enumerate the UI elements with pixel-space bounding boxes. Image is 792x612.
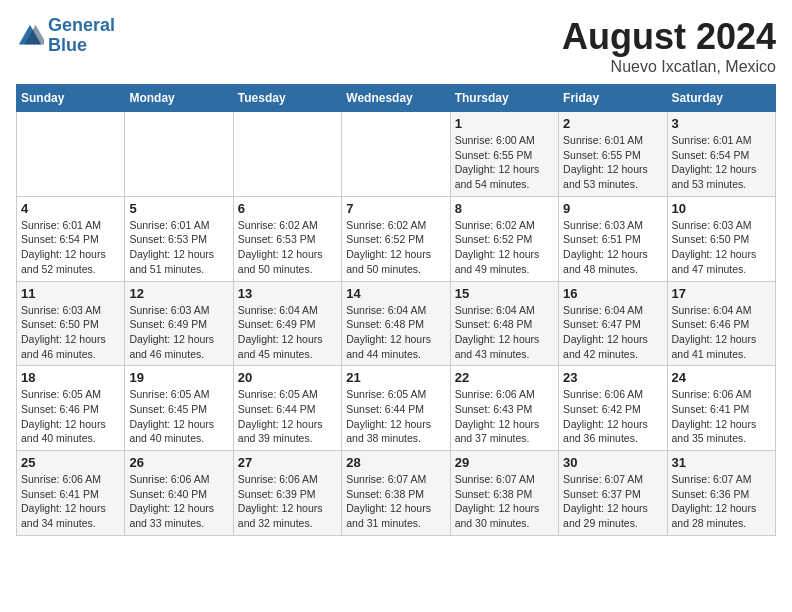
day-number: 23 [563,370,662,385]
day-info: Sunrise: 6:06 AMSunset: 6:41 PMDaylight:… [672,387,771,446]
day-info: Sunrise: 6:01 AMSunset: 6:55 PMDaylight:… [563,133,662,192]
day-info: Sunrise: 6:02 AMSunset: 6:52 PMDaylight:… [346,218,445,277]
day-info: Sunrise: 6:04 AMSunset: 6:47 PMDaylight:… [563,303,662,362]
day-info: Sunrise: 6:00 AMSunset: 6:55 PMDaylight:… [455,133,554,192]
calendar-cell: 19Sunrise: 6:05 AMSunset: 6:45 PMDayligh… [125,366,233,451]
weekday-header-sunday: Sunday [17,85,125,112]
day-number: 9 [563,201,662,216]
calendar-cell: 28Sunrise: 6:07 AMSunset: 6:38 PMDayligh… [342,451,450,536]
calendar-cell: 16Sunrise: 6:04 AMSunset: 6:47 PMDayligh… [559,281,667,366]
day-info: Sunrise: 6:01 AMSunset: 6:53 PMDaylight:… [129,218,228,277]
day-info: Sunrise: 6:03 AMSunset: 6:51 PMDaylight:… [563,218,662,277]
logo-line1: General [48,15,115,35]
day-info: Sunrise: 6:02 AMSunset: 6:52 PMDaylight:… [455,218,554,277]
day-info: Sunrise: 6:06 AMSunset: 6:42 PMDaylight:… [563,387,662,446]
calendar-cell [125,112,233,197]
calendar-cell: 30Sunrise: 6:07 AMSunset: 6:37 PMDayligh… [559,451,667,536]
calendar-cell: 17Sunrise: 6:04 AMSunset: 6:46 PMDayligh… [667,281,775,366]
weekday-row: SundayMondayTuesdayWednesdayThursdayFrid… [17,85,776,112]
weekday-header-monday: Monday [125,85,233,112]
day-info: Sunrise: 6:06 AMSunset: 6:40 PMDaylight:… [129,472,228,531]
day-number: 4 [21,201,120,216]
calendar-cell: 15Sunrise: 6:04 AMSunset: 6:48 PMDayligh… [450,281,558,366]
day-info: Sunrise: 6:04 AMSunset: 6:46 PMDaylight:… [672,303,771,362]
calendar-week-2: 4Sunrise: 6:01 AMSunset: 6:54 PMDaylight… [17,196,776,281]
calendar-cell [17,112,125,197]
calendar-cell: 18Sunrise: 6:05 AMSunset: 6:46 PMDayligh… [17,366,125,451]
day-number: 21 [346,370,445,385]
calendar-week-4: 18Sunrise: 6:05 AMSunset: 6:46 PMDayligh… [17,366,776,451]
day-number: 1 [455,116,554,131]
logo-line2: Blue [48,35,87,55]
day-number: 5 [129,201,228,216]
calendar-cell: 5Sunrise: 6:01 AMSunset: 6:53 PMDaylight… [125,196,233,281]
calendar-cell: 7Sunrise: 6:02 AMSunset: 6:52 PMDaylight… [342,196,450,281]
day-info: Sunrise: 6:04 AMSunset: 6:48 PMDaylight:… [455,303,554,362]
calendar-cell: 31Sunrise: 6:07 AMSunset: 6:36 PMDayligh… [667,451,775,536]
day-number: 14 [346,286,445,301]
weekday-header-thursday: Thursday [450,85,558,112]
day-info: Sunrise: 6:03 AMSunset: 6:50 PMDaylight:… [672,218,771,277]
day-info: Sunrise: 6:06 AMSunset: 6:41 PMDaylight:… [21,472,120,531]
day-number: 12 [129,286,228,301]
calendar-cell: 6Sunrise: 6:02 AMSunset: 6:53 PMDaylight… [233,196,341,281]
page-header: General Blue August 2024 Nuevo Ixcatlan,… [16,16,776,76]
day-info: Sunrise: 6:01 AMSunset: 6:54 PMDaylight:… [672,133,771,192]
weekday-header-saturday: Saturday [667,85,775,112]
day-number: 20 [238,370,337,385]
day-info: Sunrise: 6:07 AMSunset: 6:38 PMDaylight:… [455,472,554,531]
calendar-cell: 3Sunrise: 6:01 AMSunset: 6:54 PMDaylight… [667,112,775,197]
calendar-cell: 22Sunrise: 6:06 AMSunset: 6:43 PMDayligh… [450,366,558,451]
calendar-cell: 1Sunrise: 6:00 AMSunset: 6:55 PMDaylight… [450,112,558,197]
logo-icon [16,22,44,50]
calendar-cell: 13Sunrise: 6:04 AMSunset: 6:49 PMDayligh… [233,281,341,366]
day-info: Sunrise: 6:01 AMSunset: 6:54 PMDaylight:… [21,218,120,277]
day-number: 19 [129,370,228,385]
day-number: 24 [672,370,771,385]
day-number: 30 [563,455,662,470]
day-number: 22 [455,370,554,385]
day-info: Sunrise: 6:07 AMSunset: 6:36 PMDaylight:… [672,472,771,531]
day-number: 6 [238,201,337,216]
day-number: 11 [21,286,120,301]
calendar-cell: 27Sunrise: 6:06 AMSunset: 6:39 PMDayligh… [233,451,341,536]
calendar-week-5: 25Sunrise: 6:06 AMSunset: 6:41 PMDayligh… [17,451,776,536]
day-info: Sunrise: 6:03 AMSunset: 6:49 PMDaylight:… [129,303,228,362]
day-info: Sunrise: 6:05 AMSunset: 6:44 PMDaylight:… [346,387,445,446]
calendar-title: August 2024 [562,16,776,58]
calendar-cell: 24Sunrise: 6:06 AMSunset: 6:41 PMDayligh… [667,366,775,451]
calendar-cell: 8Sunrise: 6:02 AMSunset: 6:52 PMDaylight… [450,196,558,281]
day-number: 25 [21,455,120,470]
calendar-cell: 4Sunrise: 6:01 AMSunset: 6:54 PMDaylight… [17,196,125,281]
day-number: 15 [455,286,554,301]
logo-text: General Blue [48,16,115,56]
weekday-header-wednesday: Wednesday [342,85,450,112]
calendar-cell: 21Sunrise: 6:05 AMSunset: 6:44 PMDayligh… [342,366,450,451]
calendar-cell: 2Sunrise: 6:01 AMSunset: 6:55 PMDaylight… [559,112,667,197]
day-info: Sunrise: 6:05 AMSunset: 6:45 PMDaylight:… [129,387,228,446]
day-number: 17 [672,286,771,301]
calendar-subtitle: Nuevo Ixcatlan, Mexico [562,58,776,76]
calendar-cell: 26Sunrise: 6:06 AMSunset: 6:40 PMDayligh… [125,451,233,536]
calendar-cell: 23Sunrise: 6:06 AMSunset: 6:42 PMDayligh… [559,366,667,451]
calendar-body: 1Sunrise: 6:00 AMSunset: 6:55 PMDaylight… [17,112,776,536]
day-number: 8 [455,201,554,216]
day-number: 18 [21,370,120,385]
day-info: Sunrise: 6:05 AMSunset: 6:44 PMDaylight:… [238,387,337,446]
calendar-cell: 29Sunrise: 6:07 AMSunset: 6:38 PMDayligh… [450,451,558,536]
calendar-cell: 20Sunrise: 6:05 AMSunset: 6:44 PMDayligh… [233,366,341,451]
calendar-cell: 10Sunrise: 6:03 AMSunset: 6:50 PMDayligh… [667,196,775,281]
logo: General Blue [16,16,115,56]
day-number: 2 [563,116,662,131]
weekday-header-tuesday: Tuesday [233,85,341,112]
day-number: 3 [672,116,771,131]
day-number: 29 [455,455,554,470]
day-number: 28 [346,455,445,470]
title-block: August 2024 Nuevo Ixcatlan, Mexico [562,16,776,76]
calendar-cell [342,112,450,197]
weekday-header-friday: Friday [559,85,667,112]
calendar-cell [233,112,341,197]
calendar-week-3: 11Sunrise: 6:03 AMSunset: 6:50 PMDayligh… [17,281,776,366]
day-info: Sunrise: 6:04 AMSunset: 6:49 PMDaylight:… [238,303,337,362]
day-info: Sunrise: 6:02 AMSunset: 6:53 PMDaylight:… [238,218,337,277]
